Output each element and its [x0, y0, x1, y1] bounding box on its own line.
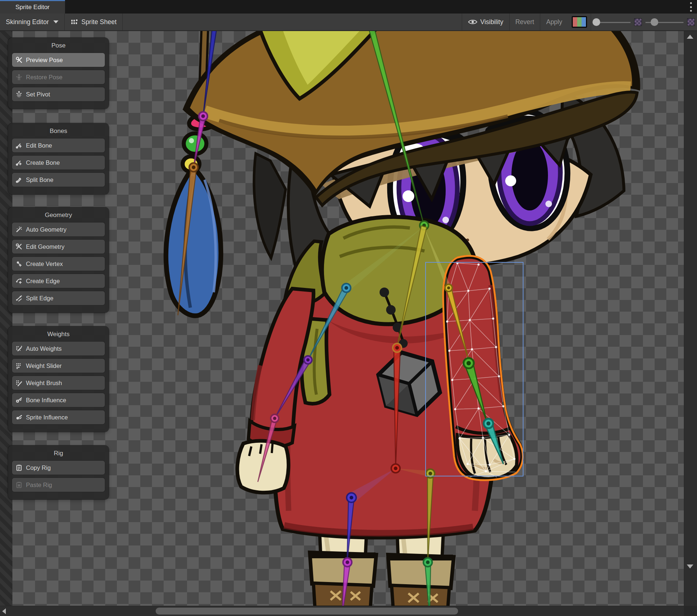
- preview-pose-icon: [15, 56, 23, 64]
- split-edge-button[interactable]: Split Edge: [12, 291, 105, 305]
- tab-label: Sprite Editor: [15, 4, 50, 11]
- bone-influence-icon: [15, 396, 23, 404]
- auto-weights-button[interactable]: Auto Weights: [12, 342, 105, 355]
- character-sprite-view: [0, 31, 684, 606]
- bones-panel: Bones Edit Bone Create Bone Split Bone: [8, 123, 109, 194]
- create-bone-icon: [15, 159, 23, 166]
- tab-bar: Sprite Editor: [0, 0, 697, 14]
- sprite-sheet-button[interactable]: Sprite Sheet: [65, 14, 122, 30]
- restore-pose-icon: [15, 73, 23, 81]
- edit-bone-button[interactable]: Edit Bone: [12, 138, 105, 152]
- auto-weights-icon: [15, 345, 23, 352]
- paste-rig-button[interactable]: Paste Rig: [12, 478, 105, 492]
- sprite-influence-button[interactable]: Sprite Influence: [12, 410, 105, 424]
- create-vertex-icon: [15, 260, 23, 267]
- toolbar-separator: [591, 14, 591, 30]
- skinning-editor-label: Skinning Editor: [6, 18, 49, 26]
- create-edge-button[interactable]: Create Edge: [12, 274, 105, 288]
- sprite-editor-window: Sprite Editor Skinning Editor Sprite She…: [0, 0, 697, 616]
- scrollbar-corner: [684, 606, 697, 616]
- window-menu-icon[interactable]: [690, 2, 692, 12]
- restore-pose-button[interactable]: Restore Pose: [12, 70, 105, 84]
- weight-slider-button[interactable]: Weight Slider: [12, 359, 105, 373]
- geometry-panel: Geometry Auto Geometry Edit Geometry Cre…: [8, 207, 109, 313]
- set-pivot-icon: [15, 91, 23, 98]
- create-bone-button[interactable]: Create Bone: [12, 156, 105, 170]
- create-vertex-button[interactable]: Create Vertex: [12, 257, 105, 271]
- panel-title: Geometry: [12, 212, 105, 219]
- sprite-sheet-label: Sprite Sheet: [81, 18, 117, 26]
- brightness-slider[interactable]: [645, 14, 683, 30]
- panel-title: Bones: [12, 128, 105, 135]
- scroll-up-arrow-icon[interactable]: [687, 35, 693, 39]
- texture-preview-icon[interactable]: [634, 18, 642, 26]
- edit-geometry-button[interactable]: Edit Geometry: [12, 240, 105, 254]
- alpha-slider[interactable]: [593, 14, 631, 30]
- revert-button[interactable]: Revert: [510, 14, 540, 30]
- split-edge-icon: [15, 294, 23, 302]
- visibility-eye-icon: [468, 19, 477, 25]
- create-edge-icon: [15, 277, 23, 285]
- horizontal-scrollbar-thumb[interactable]: [156, 608, 458, 615]
- panel-title: Weights: [12, 331, 105, 338]
- rgb-channels-button[interactable]: [572, 16, 587, 28]
- sprite-influence-icon: [15, 414, 23, 421]
- preview-pose-button[interactable]: Preview Pose: [12, 53, 105, 67]
- split-bone-icon: [15, 176, 23, 183]
- chevron-down-icon: [53, 20, 58, 23]
- panel-title: Rig: [12, 450, 105, 457]
- edit-bone-icon: [15, 142, 23, 149]
- weight-slider-icon: [15, 362, 23, 369]
- pose-panel: Pose Preview Pose Restore Pose Set Pivot: [8, 38, 109, 109]
- weight-brush-icon: [15, 379, 23, 387]
- visibility-button[interactable]: Visibility: [462, 14, 509, 30]
- right-arm-selected-sprite[interactable]: [444, 257, 522, 479]
- rig-panel: Rig Copy Rig Paste Rig: [8, 445, 109, 499]
- visibility-label: Visibility: [480, 18, 503, 26]
- texture-preview-icon[interactable]: [687, 18, 695, 26]
- copy-rig-button[interactable]: Copy Rig: [12, 461, 105, 475]
- skinning-editor-dropdown[interactable]: Skinning Editor: [0, 14, 64, 30]
- brightness-slider-knob[interactable]: [651, 18, 658, 26]
- auto-geometry-icon: [15, 226, 23, 233]
- panel-title: Pose: [12, 42, 105, 49]
- scroll-left-arrow-icon[interactable]: [2, 608, 6, 614]
- apply-button[interactable]: Apply: [540, 14, 568, 30]
- alpha-slider-knob[interactable]: [593, 18, 600, 26]
- weights-panel: Weights Auto Weights Weight Slider Weigh…: [8, 326, 109, 432]
- tab-sprite-editor[interactable]: Sprite Editor: [0, 0, 65, 14]
- weight-brush-button[interactable]: Weight Brush: [12, 376, 105, 390]
- split-bone-button[interactable]: Split Bone: [12, 173, 105, 187]
- scroll-down-arrow-icon[interactable]: [687, 564, 693, 569]
- vertical-scrollbar[interactable]: [684, 31, 697, 606]
- toolbar: Skinning Editor Sprite Sheet Visibility …: [0, 14, 697, 31]
- sprite-canvas[interactable]: Pose Preview Pose Restore Pose Set Pivot…: [0, 31, 684, 606]
- horizontal-scrollbar[interactable]: [0, 606, 684, 616]
- bone-influence-button[interactable]: Bone Influence: [12, 393, 105, 407]
- sprite-sheet-icon: [71, 18, 79, 26]
- paste-rig-icon: [15, 481, 23, 488]
- set-pivot-button[interactable]: Set Pivot: [12, 87, 105, 101]
- edit-geometry-icon: [15, 243, 23, 250]
- copy-rig-icon: [15, 464, 23, 471]
- toolbar-separator: [122, 14, 123, 30]
- auto-geometry-button[interactable]: Auto Geometry: [12, 223, 105, 236]
